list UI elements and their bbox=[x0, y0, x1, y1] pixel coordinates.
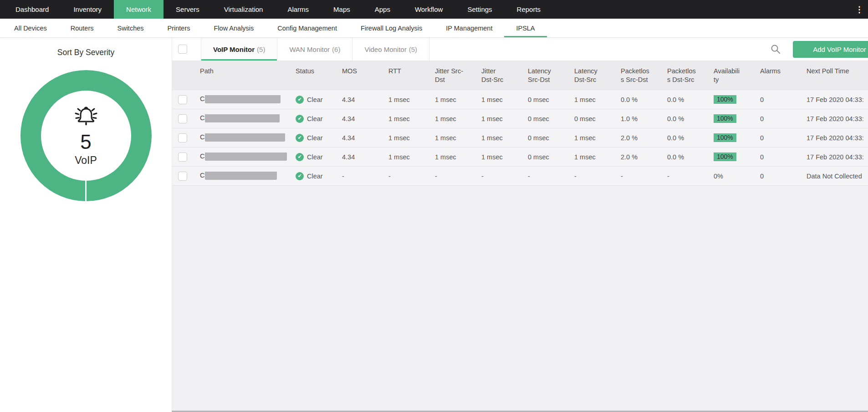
topnav-item-dashboard[interactable]: Dashboard bbox=[3, 0, 61, 19]
subnav-item-config-management[interactable]: Config Management bbox=[266, 19, 349, 37]
tab-video-monitor[interactable]: Video Monitor(5) bbox=[352, 38, 429, 61]
status-cell: ✔Clear bbox=[296, 153, 342, 161]
status-text: Clear bbox=[307, 153, 323, 161]
overflow-menu-icon[interactable]: ⋮ bbox=[851, 0, 868, 19]
topnav-item-alarms[interactable]: Alarms bbox=[275, 0, 321, 19]
latency-src-dst-cell: 0 msec bbox=[528, 134, 574, 142]
severity-count: 5 bbox=[80, 131, 91, 153]
topnav-item-servers[interactable]: Servers bbox=[163, 0, 212, 19]
latency-src-dst-cell: 0 msec bbox=[528, 115, 574, 122]
latency-src-dst-cell: - bbox=[528, 173, 574, 180]
topnav-item-virtualization[interactable]: Virtualization bbox=[212, 0, 276, 19]
row-checkbox-cell bbox=[172, 133, 200, 142]
jitter-src-dst-cell: 1 msec bbox=[435, 153, 481, 161]
status-text: Clear bbox=[307, 115, 323, 122]
row-checkbox-cell bbox=[172, 172, 200, 181]
col-header-next-poll-time[interactable]: Next Poll Time bbox=[807, 67, 868, 90]
jitter-src-dst-cell: 1 msec bbox=[435, 96, 481, 103]
status-clear-icon: ✔ bbox=[296, 96, 304, 104]
jitter-src-dst-cell: 1 msec bbox=[435, 134, 481, 142]
path-cell: C bbox=[200, 153, 296, 161]
alarms-cell: 0 bbox=[760, 134, 807, 142]
select-all-checkbox[interactable] bbox=[178, 45, 187, 54]
alarms-cell: 0 bbox=[760, 153, 807, 161]
status-clear-icon: ✔ bbox=[296, 134, 304, 142]
path-text: C bbox=[200, 95, 204, 102]
row-checkbox-cell bbox=[172, 95, 200, 104]
topnav-item-network[interactable]: Network bbox=[114, 0, 163, 19]
subnav-item-switches[interactable]: Switches bbox=[106, 19, 156, 37]
col-header-mos[interactable]: MOS bbox=[342, 67, 388, 90]
tab-label: Video Monitor bbox=[364, 46, 406, 53]
topnav-item-workflow[interactable]: Workflow bbox=[403, 0, 455, 19]
col-header-path[interactable]: Path bbox=[200, 67, 296, 90]
redacted-path-bar bbox=[205, 153, 287, 161]
tab-count: (5) bbox=[409, 46, 417, 53]
subnav-item-routers[interactable]: Routers bbox=[59, 19, 106, 37]
status-clear-icon: ✔ bbox=[296, 153, 304, 161]
alarms-cell: 0 bbox=[760, 173, 807, 180]
severity-donut-chart[interactable]: 5 VoIP bbox=[20, 70, 152, 201]
col-header-latency-src-dst[interactable]: LatencySrc-Dst bbox=[528, 67, 574, 90]
subnav-item-ipsla[interactable]: IPSLA bbox=[504, 19, 546, 37]
redacted-path-bar bbox=[205, 133, 285, 142]
table-row: C✔Clear4.341 msec1 msec1 msec0 msec1 mse… bbox=[172, 128, 868, 148]
availability-cell: 0% bbox=[714, 173, 760, 180]
app-screen: DashboardInventoryNetworkServersVirtuali… bbox=[0, 0, 868, 412]
status-clear-icon: ✔ bbox=[296, 172, 304, 180]
mos-cell: 4.34 bbox=[342, 134, 388, 142]
topnav-item-settings[interactable]: Settings bbox=[455, 0, 504, 19]
col-header-jitter-src-dst[interactable]: Jitter Src-Dst bbox=[435, 67, 481, 90]
row-checkbox-cell bbox=[172, 114, 200, 123]
mos-cell: - bbox=[342, 173, 388, 180]
monitor-toolbar: VoIP Monitor(5)WAN Monitor(6)Video Monit… bbox=[172, 38, 868, 61]
row-checkbox[interactable] bbox=[178, 95, 187, 104]
jitter-src-dst-cell: 1 msec bbox=[435, 115, 481, 122]
path-cell: C bbox=[200, 133, 296, 142]
row-checkbox[interactable] bbox=[178, 153, 187, 162]
col-header-packetloss-dst-src[interactable]: Packetloss Dst-Src bbox=[667, 67, 714, 90]
col-header-jitter-dst-src[interactable]: JitterDst-Src bbox=[481, 67, 528, 90]
col-header-packetloss-src-dst[interactable]: Packetloss Src-Dst bbox=[621, 67, 667, 90]
status-cell: ✔Clear bbox=[296, 172, 342, 180]
latency-dst-src-cell: 1 msec bbox=[574, 134, 621, 142]
monitor-tabs: VoIP Monitor(5)WAN Monitor(6)Video Monit… bbox=[201, 38, 429, 61]
col-header-latency-dst-src[interactable]: LatencyDst-Src bbox=[574, 67, 621, 90]
tab-wan-monitor[interactable]: WAN Monitor(6) bbox=[277, 38, 352, 61]
mos-cell: 4.34 bbox=[342, 153, 388, 161]
content: Sort By Severity bbox=[0, 38, 868, 412]
row-checkbox[interactable] bbox=[178, 133, 187, 142]
col-header-alarms[interactable]: Alarms bbox=[760, 67, 807, 90]
col-header-rtt[interactable]: RTT bbox=[388, 67, 435, 90]
toolbar-right: Add VoIP Monitor bbox=[771, 38, 868, 61]
subnav-item-printers[interactable]: Printers bbox=[156, 19, 202, 37]
row-checkbox[interactable] bbox=[178, 114, 187, 123]
path-text: C bbox=[200, 172, 204, 179]
donut-center: 5 VoIP bbox=[41, 91, 131, 181]
topnav-item-reports[interactable]: Reports bbox=[505, 0, 553, 19]
packetloss-src-dst-cell: 2.0 % bbox=[621, 134, 667, 142]
packetloss-dst-src-cell: 0.0 % bbox=[667, 115, 714, 122]
add-voip-monitor-button[interactable]: Add VoIP Monitor bbox=[793, 41, 868, 58]
subnav-item-ip-management[interactable]: IP Management bbox=[434, 19, 504, 37]
col-header-availability[interactable]: Availability bbox=[714, 67, 760, 90]
topnav-item-inventory[interactable]: Inventory bbox=[61, 0, 114, 19]
subnav-item-all-devices[interactable]: All Devices bbox=[2, 19, 59, 37]
availability-cell: 100% bbox=[714, 95, 760, 104]
tab-voip-monitor[interactable]: VoIP Monitor(5) bbox=[201, 38, 277, 61]
table-row: C✔Clear4.341 msec1 msec1 msec0 msec0 mse… bbox=[172, 109, 868, 128]
jitter-dst-src-cell: 1 msec bbox=[481, 134, 528, 142]
availability-cell: 100% bbox=[714, 133, 760, 142]
tab-label: WAN Monitor bbox=[289, 46, 330, 53]
topnav-item-maps[interactable]: Maps bbox=[321, 0, 363, 19]
subnav-item-firewall-log-analysis[interactable]: Firewall Log Analysis bbox=[349, 19, 434, 37]
latency-dst-src-cell: 0 msec bbox=[574, 115, 621, 122]
col-header-status[interactable]: Status bbox=[296, 67, 342, 90]
status-cell: ✔Clear bbox=[296, 134, 342, 142]
row-checkbox[interactable] bbox=[178, 172, 187, 181]
tab-count: (5) bbox=[257, 46, 265, 53]
subnav-item-flow-analysis[interactable]: Flow Analysis bbox=[202, 19, 266, 37]
jitter-dst-src-cell: - bbox=[481, 173, 528, 180]
topnav-item-apps[interactable]: Apps bbox=[363, 0, 403, 19]
search-icon[interactable] bbox=[771, 44, 781, 54]
